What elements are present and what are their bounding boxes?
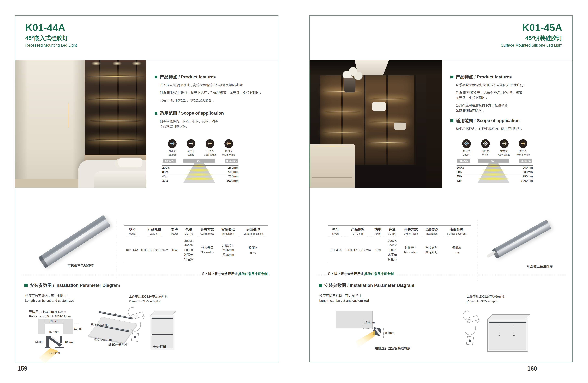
spec-power: 10w bbox=[169, 248, 180, 252]
header-cell: 开关方式Switch mode bbox=[197, 227, 217, 235]
photo-ceiling-spot bbox=[132, 61, 142, 65]
light-mode-label-en: Basket bbox=[165, 153, 180, 156]
catalog-page-left: K01-44A 45°嵌入式硅胶灯 Recessed Mounting Led … bbox=[15, 15, 278, 362]
feature-line: 全系标配无氧铜线,无须开槽,安装便捷,用途广泛; bbox=[456, 82, 561, 88]
photo-door-handle bbox=[68, 103, 68, 128]
light-mode-label-en: White bbox=[478, 153, 493, 156]
profile-end-cap bbox=[38, 255, 48, 268]
section-bullet bbox=[319, 284, 322, 287]
shelf-panel-diagram bbox=[336, 311, 373, 328]
sun-icon: ☀ bbox=[462, 139, 471, 148]
header-cell: 开关方式Switch mode bbox=[401, 227, 421, 235]
spec-model: K01-45A bbox=[328, 248, 343, 252]
spec-size: 1000×17.8×10.7mm bbox=[140, 248, 169, 252]
light-mode-label-en: Warm White bbox=[221, 153, 236, 156]
product-photo bbox=[15, 60, 146, 188]
photometric-row: 88lx 500mm bbox=[162, 170, 238, 174]
spec-surface: 极简灰 grey bbox=[442, 246, 471, 255]
profile-product-image bbox=[36, 218, 114, 266]
photometric-row: 200lx 250mm bbox=[162, 165, 238, 170]
cable bbox=[463, 321, 477, 336]
section-bullet bbox=[155, 76, 157, 78]
photo-handbag bbox=[372, 102, 386, 111]
section-bullet bbox=[155, 112, 157, 115]
light-mode-warm-white: ☀ 暖白光 Warm White bbox=[221, 139, 236, 156]
cabinet-interior bbox=[152, 317, 173, 348]
section-bullet bbox=[450, 76, 453, 78]
cabinet-diagram bbox=[487, 314, 528, 357]
adapter-diagram bbox=[127, 307, 147, 356]
profile-led-strip bbox=[41, 219, 108, 264]
photometric-row: 88lx 500mm bbox=[457, 170, 533, 174]
photometric-table: 6500K 90° distance 200lx 250mm 88lx 500m… bbox=[162, 159, 238, 184]
light-mode-white: ☀ 超白光 White bbox=[478, 139, 493, 156]
header-cell: 色温CCT(K) bbox=[384, 227, 401, 235]
adapter-diagram bbox=[462, 311, 482, 360]
header-cell: 色温CCT(K) bbox=[180, 227, 197, 235]
scope-heading-text: 适用范围 / Scope of application bbox=[160, 110, 224, 116]
size-note: 注：以上尺寸为常规尺寸 其他任意尺寸可定制 bbox=[124, 272, 268, 276]
wall-socket bbox=[131, 332, 139, 342]
install-guide-line bbox=[499, 324, 499, 336]
vertical-divider bbox=[478, 220, 478, 281]
light-mode-warm-white: ☀ 暖白光 Warm White bbox=[516, 139, 530, 156]
vertical-divider bbox=[116, 220, 116, 281]
light-mode-label-en: Cool White bbox=[202, 153, 217, 156]
dim-depth: 深度(D)11mm bbox=[94, 338, 112, 342]
power-note: 工作电压:DC12V电源适配器 Power: DC12V adaptor bbox=[467, 294, 505, 304]
cabinet-top bbox=[150, 310, 176, 315]
dim-8-7mm: 8.7mm bbox=[385, 331, 394, 335]
section-divider bbox=[22, 275, 272, 275]
led-strip-position bbox=[489, 322, 526, 323]
spec-table-row: K01-45A 1000×17.8×8.7mm 10w 3000K 4000K … bbox=[328, 237, 471, 263]
installation-heading: 安装参数图 / Installation Parameter Diagram bbox=[319, 283, 414, 288]
header-cell: 型号Model bbox=[124, 227, 140, 235]
dim-10-7mm: 10.7mm bbox=[65, 341, 75, 344]
beam-angle-bar: 90° bbox=[478, 159, 509, 163]
light-mode-label-cn: 超白光 bbox=[478, 150, 493, 153]
spec-installation: 开槽尺寸 宽16mm 深16mm bbox=[217, 243, 239, 257]
photo-door-frame bbox=[414, 76, 416, 165]
light-mode-label-cn: 中性光 bbox=[497, 150, 512, 153]
section-bullet bbox=[450, 119, 453, 122]
light-beam bbox=[39, 348, 59, 364]
photo-pillow bbox=[118, 158, 142, 167]
cable bbox=[128, 318, 142, 333]
spec-table: 型号Model 产品规格L x D x H 功率Power 色温CCT(K) 开… bbox=[328, 225, 471, 276]
spec-table: 型号Model 产品规格L x D x H 功率Power 色温CCT(K) 开… bbox=[124, 225, 268, 276]
beam-angle-bar: 90° bbox=[183, 159, 215, 163]
features-heading: 产品特点 / Product features bbox=[450, 74, 561, 80]
photo-island-cabinet bbox=[310, 144, 355, 188]
spec-installation: 自攻螺丝 固定即可 bbox=[421, 246, 442, 255]
length-note: 长度可随意裁切，可定制尺寸 Length can be cut and cust… bbox=[319, 293, 369, 303]
header-cell: 功率Power bbox=[372, 227, 384, 235]
light-mode-label-cn: 冰蓝光 bbox=[165, 150, 180, 153]
photometric-table: 6500K 90° distance 200lx 250mm 88lx 500m… bbox=[457, 159, 533, 184]
photo-door-frame bbox=[364, 76, 365, 165]
spec-table-header: 型号Model 产品规格L x D x H 功率Power 色温CCT(K) 开… bbox=[328, 225, 471, 237]
sun-icon: ☀ bbox=[206, 139, 214, 148]
spec-model: K01-44A bbox=[124, 248, 140, 252]
sun-icon: ☀ bbox=[224, 139, 233, 148]
cct-bar: 6500K bbox=[457, 159, 470, 163]
page-number-left: 159 bbox=[18, 365, 27, 372]
photo-shelf-light bbox=[87, 76, 144, 77]
length-note: 长度可随意裁切，可定制尺寸 Length can be cut and cust… bbox=[25, 293, 75, 303]
light-mode-label-cn: 超白光 bbox=[184, 150, 199, 153]
features-section: 产品特点 / Product features 全系标配无氧铜线,无须开槽,安装… bbox=[450, 74, 561, 134]
feature-line: 斜角45°硅胶柔光，见光不见灯，迷你型、极窄 无光点、柔和不刺眼； bbox=[456, 90, 561, 100]
light-mode-label-en: Warm White bbox=[516, 153, 530, 156]
dim-17-8mm: 17.8mm bbox=[49, 351, 60, 355]
page-header: K01-44A 45°嵌入式硅胶灯 Recessed Mounting Led … bbox=[25, 22, 77, 48]
light-mode-ice-blue: ☀ 冰蓝光 Basket bbox=[459, 139, 474, 156]
cabinet-caption: 卡进灯槽 bbox=[153, 345, 166, 349]
product-photo bbox=[310, 60, 442, 188]
dim-width: 宽度(W)16mm bbox=[91, 323, 109, 327]
dim-15-8mm: 15.8mm bbox=[49, 330, 59, 334]
aluminium-profile bbox=[38, 215, 110, 268]
dim-16mm: 16mm bbox=[49, 320, 58, 323]
light-mode-white: ☀ 超白光 White bbox=[184, 139, 199, 156]
features-heading-text: 产品特点 / Product features bbox=[456, 74, 512, 80]
section-divider bbox=[316, 275, 566, 275]
distance-bar: distance bbox=[225, 159, 238, 163]
